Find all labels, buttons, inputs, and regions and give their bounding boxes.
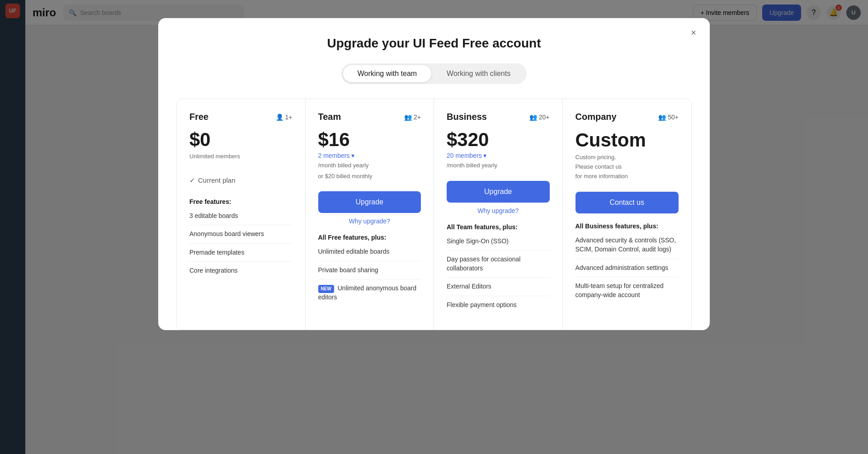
current-plan-label: ✓ Current plan	[189, 172, 292, 189]
team-why-upgrade-link[interactable]: Why upgrade?	[318, 218, 421, 225]
feature-company-2: Advanced administration settings	[576, 264, 679, 278]
close-button[interactable]: ×	[686, 25, 701, 40]
tab-group: Working with team Working with clients	[341, 63, 527, 84]
checkmark-icon: ✓	[189, 176, 195, 184]
feature-free-4: Core integrations	[189, 266, 292, 280]
plan-business-features-heading: All Team features, plus:	[447, 223, 550, 231]
plan-company-action: Contact us	[576, 192, 679, 213]
chevron-down-icon: ▾	[351, 152, 354, 159]
feature-company-1: Advanced security & controls (SSO, SCIM,…	[576, 236, 679, 259]
plan-business-name: Business	[447, 112, 487, 122]
chevron-down-icon-business: ▾	[483, 152, 486, 159]
people-icon-team: 👥	[404, 114, 412, 121]
plan-team-members: 👥 2+	[404, 114, 421, 121]
plan-team-price: $16	[318, 129, 421, 150]
tab-working-with-team[interactable]: Working with team	[343, 65, 431, 82]
plan-team-action: Upgrade Why upgrade?	[318, 191, 421, 225]
new-badge: NEW	[318, 285, 334, 293]
team-members-link[interactable]: 2 members ▾	[318, 152, 421, 159]
plan-team-price-desc1: /month billed yearly	[318, 161, 421, 170]
plan-free: Free 👤 1+ $0 Unlimited members ✓ Current…	[177, 99, 306, 330]
plan-business: Business 👥 20+ $320 20 members ▾ /month …	[434, 99, 563, 330]
feature-business-4: Flexible payment options	[447, 301, 550, 314]
business-upgrade-button[interactable]: Upgrade	[447, 181, 550, 203]
plan-company-header: Company 👥 50+	[576, 112, 679, 122]
tab-working-with-clients[interactable]: Working with clients	[432, 65, 525, 82]
plan-free-price-desc: Unlimited members	[189, 152, 292, 161]
plan-company-name: Company	[576, 112, 617, 122]
upgrade-modal: × Upgrade your UI Feed Free account Work…	[158, 18, 710, 330]
feature-free-3: Premade templates	[189, 248, 292, 262]
plan-free-features-heading: Free features:	[189, 198, 292, 205]
plan-team: Team 👥 2+ $16 2 members ▾ /month billed …	[306, 99, 434, 330]
plan-company: Company 👥 50+ Custom Custom pricing.Plea…	[563, 99, 692, 330]
plan-team-features-heading: All Free features, plus:	[318, 234, 421, 241]
plan-free-name: Free	[189, 112, 208, 122]
plan-company-members: 👥 50+	[658, 114, 679, 121]
team-upgrade-button[interactable]: Upgrade	[318, 191, 421, 213]
business-members-link[interactable]: 20 members ▾	[447, 152, 550, 159]
feature-company-3: Multi-team setup for centralized company…	[576, 282, 679, 304]
company-contact-button[interactable]: Contact us	[576, 192, 679, 213]
plan-free-header: Free 👤 1+	[189, 112, 292, 122]
feature-free-2: Anonymous board viewers	[189, 230, 292, 244]
plans-grid: Free 👤 1+ $0 Unlimited members ✓ Current…	[176, 99, 692, 330]
modal-overlay: × Upgrade your UI Feed Free account Work…	[0, 0, 868, 454]
feature-team-3: NEW Unlimited anonymous board editors	[318, 284, 421, 306]
people-icon-business: 👥	[529, 114, 537, 121]
business-why-upgrade-link[interactable]: Why upgrade?	[447, 207, 550, 214]
plan-business-price-desc: /month billed yearly	[447, 161, 550, 170]
feature-free-1: 3 editable boards	[189, 212, 292, 226]
feature-team-2: Private board sharing	[318, 266, 421, 280]
feature-business-2: Day passes for occasional collaborators	[447, 255, 550, 278]
plan-company-price-desc: Custom pricing.Please contact usfor more…	[576, 153, 679, 181]
plan-business-header: Business 👥 20+	[447, 112, 550, 122]
feature-business-1: Single Sign-On (SSO)	[447, 237, 550, 251]
modal-title: Upgrade your UI Feed Free account	[176, 36, 692, 51]
tab-switcher: Working with team Working with clients	[176, 63, 692, 84]
plan-business-action: Upgrade Why upgrade?	[447, 181, 550, 214]
plan-team-name: Team	[318, 112, 341, 122]
plan-business-members: 👥 20+	[529, 114, 550, 121]
people-icon: 👤	[276, 114, 283, 121]
feature-team-1: Unlimited editable boards	[318, 247, 421, 261]
plan-team-header: Team 👥 2+	[318, 112, 421, 122]
plan-free-members: 👤 1+	[276, 114, 292, 121]
plan-team-price-desc2: or $20 billed monthly	[318, 172, 421, 181]
people-icon-company: 👥	[658, 114, 666, 121]
feature-business-3: External Editors	[447, 282, 550, 296]
plan-company-features-heading: All Business features, plus:	[576, 222, 679, 230]
plan-business-price: $320	[447, 129, 550, 150]
plan-free-price: $0	[189, 129, 292, 150]
plan-company-price: Custom	[576, 129, 679, 151]
plan-free-action: ✓ Current plan	[189, 172, 292, 189]
